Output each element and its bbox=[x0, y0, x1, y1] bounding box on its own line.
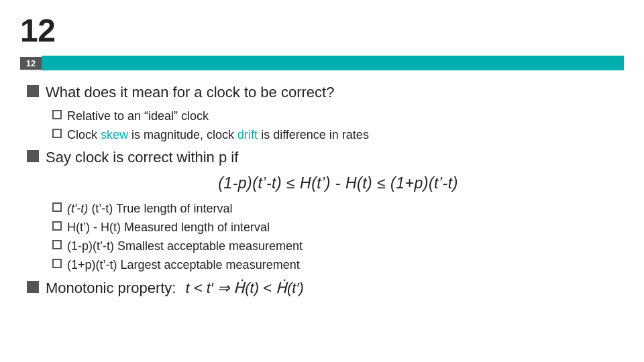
sub-bullet-2a-icon bbox=[52, 202, 62, 212]
bullet-3-text: Monotonic property: t < t′ ⇒ Ḣ(t) < Ḣ(t′… bbox=[46, 278, 304, 298]
sub-bullet-1b-mid: is magnitude, clock bbox=[128, 128, 237, 141]
sub-bullet-1b: Clock skew is magnitude, clock drift is … bbox=[52, 127, 624, 143]
bullet-1-sub-bullets: Relative to an “ideal” clock Clock skew … bbox=[27, 108, 624, 143]
sub-bullet-2d: (1+p)(t’-t) Largest acceptable measureme… bbox=[52, 257, 624, 274]
sub-bullet-2c-text: (1-p)(t’-t) Smallest acceptable measurem… bbox=[67, 238, 303, 255]
bullet-3-icon bbox=[27, 281, 39, 293]
sub-bullet-2c: (1-p)(t’-t) Smallest acceptable measurem… bbox=[52, 238, 624, 255]
bullet-2-text: Say clock is correct within p if bbox=[46, 147, 238, 168]
bullet-2: Say clock is correct within p if bbox=[27, 147, 624, 168]
bullet-3: Monotonic property: t < t′ ⇒ Ḣ(t) < Ḣ(t′… bbox=[27, 278, 624, 298]
bullet-2-icon bbox=[27, 150, 39, 162]
bullet-3-label: Monotonic property: bbox=[46, 280, 176, 296]
sub-2a-label: (t’-t) True length of interval bbox=[91, 202, 232, 215]
sub-bullet-2a-text: (t′-t) (t’-t) True length of interval bbox=[67, 200, 232, 217]
sub-bullet-2c-icon bbox=[52, 240, 62, 249]
bullet-1-icon bbox=[27, 85, 39, 97]
sub-bullet-2b-icon bbox=[52, 221, 62, 231]
sub-bullet-1b-end: is difference in rates bbox=[258, 128, 369, 141]
skew-highlight: skew bbox=[101, 128, 128, 141]
bullet-1-text: What does it mean for a clock to be corr… bbox=[46, 82, 334, 103]
bullet-1: What does it mean for a clock to be corr… bbox=[27, 82, 624, 103]
sub-bullet-1b-text: Clock skew is magnitude, clock drift is … bbox=[67, 127, 369, 143]
sub-bullet-1b-icon bbox=[52, 129, 62, 138]
formula-text: (1-p)(t’-t) ≤ H(t’) - H(t) ≤ (1+p)(t’-t) bbox=[218, 174, 458, 192]
sub-bullet-1a: Relative to an “ideal” clock bbox=[52, 108, 624, 125]
sub-bullet-2a: (t′-t) (t’-t) True length of interval bbox=[52, 200, 624, 217]
bullet-2-sub-bullets: (t′-t) (t’-t) True length of interval H(… bbox=[27, 200, 624, 274]
sub-bullet-1a-text: Relative to an “ideal” clock bbox=[67, 108, 209, 125]
sub-bullet-2b: H(t’) - H(t) Measured length of interval bbox=[52, 219, 624, 236]
formula-block: (1-p)(t’-t) ≤ H(t’) - H(t) ≤ (1+p)(t’-t) bbox=[52, 174, 624, 192]
slide-content: What does it mean for a clock to be corr… bbox=[20, 82, 624, 298]
sub-2a-math: (t′-t) bbox=[67, 202, 91, 215]
sub-bullet-1a-icon bbox=[52, 110, 62, 119]
slide: 12 12 What does it mean for a clock to b… bbox=[0, 0, 644, 362]
sub-bullet-2d-icon bbox=[52, 259, 62, 268]
slide-title: 12 bbox=[20, 12, 624, 49]
sub-bullet-2d-text: (1+p)(t’-t) Largest acceptable measureme… bbox=[67, 257, 300, 274]
sub-bullet-1b-before: Clock bbox=[67, 128, 101, 141]
teal-accent-bar bbox=[42, 56, 624, 70]
sub-bullet-2b-text: H(t’) - H(t) Measured length of interval bbox=[67, 219, 270, 236]
drift-highlight: drift bbox=[237, 128, 258, 141]
bullet-3-math: t < t′ ⇒ Ḣ(t) < Ḣ(t′) bbox=[186, 280, 304, 296]
slide-number: 12 bbox=[20, 57, 42, 70]
slide-number-bar: 12 bbox=[20, 56, 624, 70]
